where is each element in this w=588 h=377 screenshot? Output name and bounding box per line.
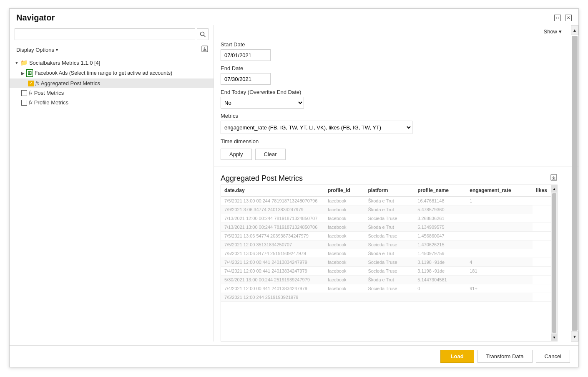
table-cell [414,293,466,302]
checkbox-unchecked-icon[interactable] [21,100,27,106]
export-button[interactable] [201,45,209,54]
left-panel: Display Options ▾ ▼ 📁 [10,25,214,342]
table-scroll-thumb[interactable] [552,193,556,333]
table-cell: 0 [414,284,466,293]
metrics-label: Metrics [221,113,558,119]
data-table: date.day profile_id platform profile_nam… [221,185,557,302]
table-row: 7/5/2021 13:00 00:244 781918713248070796… [221,196,557,205]
data-section-header: Aggregated Post Metrics [221,170,558,185]
chevron-down-icon: ▾ [559,28,562,35]
table-cell [466,223,533,232]
search-button[interactable] [197,28,209,40]
time-dimension-group: Time dimension [221,138,558,144]
table-cell: Socieda Truse [364,214,414,223]
table-cell [324,293,364,302]
chevron-down-icon: ▾ [56,48,58,52]
show-button[interactable]: Show ▾ [543,28,562,35]
table-cell: 7/4/2021 12:00 00:441 24013834247979 [221,284,324,293]
clear-button[interactable]: Clear [255,149,286,160]
search-input[interactable] [15,28,195,40]
section-divider [214,167,578,167]
col-header-profile-id: profile_id [324,185,364,196]
table-scroll-up[interactable]: ▲ [551,185,557,192]
table-header: date.day profile_id platform profile_nam… [221,185,557,196]
tree-item-aggregated-post-metrics[interactable]: ✓ fx Aggregated Post Metrics [10,78,214,88]
apply-button[interactable]: Apply [221,149,252,160]
table-row: 7/4/2021 12:00 00:441 24013834247979face… [221,267,557,276]
tree-item-facebook-ads[interactable]: ▶ ⊞ Facebook Ads (Select time range to g… [10,68,214,78]
table-scrollbar: ▲ ▼ [551,185,557,341]
search-bar [10,25,214,43]
folder-icon: 📁 [20,59,28,66]
table-cell: 7/13/2021 12:00 00:244 78191871324850707 [221,214,324,223]
tree-item-label: Facebook Ads (Select time range to get a… [35,70,172,76]
table-cell: 7/13/2021 13:00 00:244 78191871324850706 [221,223,324,232]
folder-label: Socialbakers Metrics 1.1.0 [4] [29,60,101,66]
form-section: Start Date End Date End Today (Overwrite… [214,36,578,163]
cancel-button[interactable]: Cancel [536,350,570,363]
table-cell: facebook [324,196,364,205]
table-cell [364,293,414,302]
table-cell: 7/4/2021 12:00 00:441 24013834247979 [221,258,324,267]
table-scroll-down[interactable]: ▼ [551,334,557,341]
table-cell: facebook [324,267,364,276]
table-cell: facebook [324,284,364,293]
table-cell: 7/5/2021 12:00 244 2519193921979 [221,293,324,302]
end-date-input[interactable] [221,73,271,85]
table-cell: 5.134909575 [414,223,466,232]
table-cell: Škoda e Trut [364,205,414,214]
right-panel: Show ▾ ▲ ▼ Start Date End Date [214,25,578,342]
table-cell: 7/5/2021 13:06 54774 203938734247979 [221,232,324,240]
table-cell [466,293,533,302]
table-cell: Škoda e Trut [364,223,414,232]
data-export-button[interactable] [550,174,558,183]
table-cell: 7/5/2021 13:06 34774 25191939247979 [221,249,324,258]
footer: Load Transform Data Cancel [10,345,578,367]
table-cell: 7/9/2021 3:06 34774 24013834247979 [221,205,324,214]
metrics-select[interactable]: engagement_rate (FB, IG, TW, YT, LI, VK)… [221,121,412,134]
fx-icon: fx [29,90,33,96]
end-today-select[interactable]: No Yes [221,97,304,109]
col-header-platform: platform [364,185,414,196]
tree-item-post-metrics[interactable]: fx Post Metrics [10,88,214,98]
table-cell: Škoda e Trut [364,196,414,205]
table-cell: 7/5/2021 12:00 35131834250707 [221,240,324,249]
table-row: 7/5/2021 12:00 244 2519193921979 [221,293,557,302]
scroll-thumb[interactable] [572,36,578,331]
table-row: 7/9/2021 3:06 34774 24013834247979facebo… [221,205,557,214]
minimize-button[interactable]: □ [554,15,561,21]
table-cell: facebook [324,205,364,214]
table-cell [466,276,533,284]
scroll-up-arrow[interactable]: ▲ [571,25,578,35]
start-date-input[interactable] [221,49,271,61]
transform-data-button[interactable]: Transform Data [477,350,533,363]
table-cell: 5.1447304561 [414,276,466,284]
table-cell [466,249,533,258]
table-cell: 7/5/2021 13:00 00:244 781918713248070796 [221,196,324,205]
table-cell: 16.47681148 [414,196,466,205]
table-cell: 1.456860047 [414,232,466,240]
start-date-label: Start Date [221,41,558,48]
metrics-group: Metrics engagement_rate (FB, IG, TW, YT,… [221,113,558,134]
table-cell: 4 [466,258,533,267]
data-section-title: Aggregated Post Metrics [221,174,303,183]
show-label: Show [543,28,557,35]
svg-line-1 [204,35,206,37]
display-options-bar: Display Options ▾ [10,43,214,58]
display-options-button[interactable]: Display Options ▾ [15,46,60,54]
checkbox-checked-icon[interactable]: ✓ [28,81,34,86]
tree-item-label: Profile Metrics [34,99,68,106]
table-cell: 3.268836261 [414,214,466,223]
checkbox-unchecked-icon[interactable] [21,90,27,96]
table-cell [466,214,533,223]
maximize-button[interactable]: ✕ [565,15,572,21]
window-title: Navigator [16,13,55,23]
tree-item-label: Aggregated Post Metrics [41,80,100,86]
table-cell: facebook [324,276,364,284]
scroll-down-arrow[interactable]: ▼ [571,331,578,342]
tree-folder-root[interactable]: ▼ 📁 Socialbakers Metrics 1.1.0 [4] [10,58,214,68]
table-cell: Škoda e Trut [364,276,414,284]
load-button[interactable]: Load [440,350,474,363]
tree-item-profile-metrics[interactable]: fx Profile Metrics [10,98,214,107]
col-header-date: date.day [221,185,324,196]
